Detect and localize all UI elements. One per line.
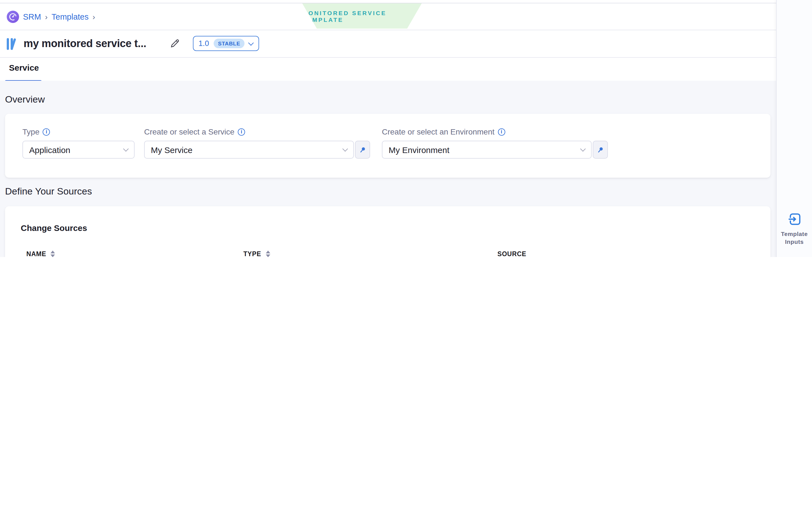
chevron-down-icon [342,146,348,152]
banner-label: MONITORED SERVICE TEMPLATE [302,9,422,23]
breadcrumb-templates[interactable]: Templates [52,12,89,21]
service-label: Create or select a Service [144,127,234,136]
change-sources-table: NAME TYPE SOURCE Harness CD Next Gen Dep… [5,245,771,257]
overview-card: Typei Application Create or select a Ser… [5,114,771,178]
tabs-bar: Service [0,58,776,82]
column-header-type: TYPE [243,250,261,257]
change-sources-title: Change Sources [5,206,771,233]
page-title: my monitored service t... [24,37,146,50]
service-field: Create or select a Servicei My Service [144,127,370,159]
overview-heading: Overview [5,94,45,105]
template-inputs-label: Template Inputs [778,230,811,246]
chevron-down-icon [123,146,129,152]
template-inputs-button[interactable]: Template Inputs [778,212,811,246]
pin-icon [358,146,367,154]
app-window: SRM › Templates › MONITORED SERVICE TEMP… [0,0,812,257]
info-icon[interactable]: i [498,128,505,135]
info-icon[interactable]: i [43,128,50,135]
top-bar: SRM › Templates › MONITORED SERVICE TEMP… [0,0,776,30]
content-area: Overview Typei Application Create or sel… [0,81,776,257]
column-header-source: SOURCE [497,250,526,257]
version-selector[interactable]: 1.0 STABLE [193,36,259,51]
service-value: My Service [151,145,192,154]
pin-service-button[interactable] [355,141,370,159]
chevron-down-icon [580,146,586,152]
edit-title-pencil-icon[interactable] [169,37,180,49]
version-stable-badge: STABLE [214,39,245,48]
right-side-panel: Template Inputs Σ × Variables [776,0,812,257]
table-header-row: NAME TYPE SOURCE [5,245,771,257]
define-sources-heading: Define Your Sources [5,186,92,197]
breadcrumb: SRM › Templates › [7,11,95,23]
column-header-name: NAME [26,250,46,257]
type-value: Application [29,145,70,154]
top-divider [0,3,776,3]
srm-logo-icon[interactable] [7,11,19,23]
tab-service[interactable]: Service [9,63,39,72]
change-sources-card: Change Sources NAME TYPE SOURCE Harness … [5,206,771,257]
pin-environment-button[interactable] [593,141,608,159]
breadcrumb-separator-icon: › [92,12,95,21]
service-select[interactable]: My Service [144,141,354,159]
version-number: 1.0 [199,39,209,48]
title-bar: my monitored service t... 1.0 STABLE VIS… [0,30,776,58]
sort-icon[interactable] [51,250,55,257]
environment-label: Create or select an Environment [382,127,495,136]
breadcrumb-srm[interactable]: SRM [23,12,41,21]
monitored-service-template-banner: MONITORED SERVICE TEMPLATE [302,3,422,29]
info-icon[interactable]: i [238,128,245,135]
main-area: SRM › Templates › MONITORED SERVICE TEMP… [0,0,776,257]
type-select[interactable]: Application [23,141,135,159]
breadcrumb-separator-icon: › [45,12,48,21]
environment-select[interactable]: My Environment [382,141,591,159]
chevron-down-icon [249,40,254,46]
sort-icon[interactable] [265,250,270,257]
environment-field: Create or select an Environmenti My Envi… [382,127,608,159]
environment-value: My Environment [388,145,450,154]
type-field: Typei Application [23,127,135,159]
template-library-icon [7,38,20,50]
pin-icon [596,146,605,154]
template-inputs-icon [787,212,802,226]
type-label: Type [23,127,39,136]
